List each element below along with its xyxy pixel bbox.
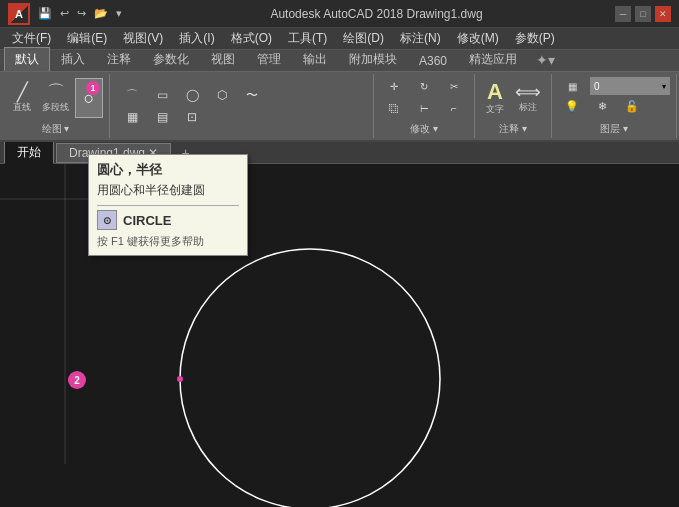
quick-access-save[interactable]: 💾 <box>38 7 52 20</box>
menu-modify[interactable]: 修改(M) <box>449 28 507 49</box>
title-bar: A 💾 ↩ ↪ 📂 ▾ Autodesk AutoCAD 2018 Drawin… <box>0 0 679 28</box>
line-icon: ╱ <box>17 83 28 101</box>
hatch-icon: ▦ <box>127 110 138 124</box>
ribbon-btn-spline[interactable]: 〜 <box>238 85 266 105</box>
tab-parametric[interactable]: 参数化 <box>142 47 200 71</box>
tab-view[interactable]: 视图 <box>200 47 246 71</box>
drawing-tab-start[interactable]: 开始 <box>4 141 54 164</box>
text-label: 文字 <box>486 103 504 116</box>
line-label: 直线 <box>13 101 31 114</box>
layer-lock-icon: 🔓 <box>625 100 639 113</box>
ribbon-btn-fillet[interactable]: ⌐ <box>440 98 468 118</box>
tooltip-popup: 圆心，半径 用圆心和半径创建圆 ⊙ CIRCLE 按 F1 键获得更多帮助 <box>88 154 248 256</box>
maximize-button[interactable]: □ <box>635 6 651 22</box>
ribbon-btn-layer-lock[interactable]: 🔓 <box>618 98 646 114</box>
layer-freeze-icon: ❄ <box>598 100 607 113</box>
annotation-group-label: 注释 ▾ <box>499 120 527 136</box>
ribbon-btn-boundary[interactable]: ⊡ <box>178 107 206 127</box>
menu-params[interactable]: 参数(P) <box>507 28 563 49</box>
rotate-icon: ↻ <box>420 81 428 92</box>
tooltip-command: ⊙ CIRCLE <box>97 210 239 230</box>
ribbon-btn-move[interactable]: ✛ <box>380 76 408 96</box>
svg-point-3 <box>177 376 183 382</box>
menu-tools[interactable]: 工具(T) <box>280 28 335 49</box>
tab-manage[interactable]: 管理 <box>246 47 292 71</box>
gradient-icon: ▤ <box>157 110 168 124</box>
tab-featured[interactable]: 精选应用 <box>458 47 528 71</box>
svg-point-2 <box>180 249 440 507</box>
ribbon-btn-arc[interactable]: ⌒ <box>118 85 146 105</box>
modify-group-label: 修改 ▾ <box>410 120 438 136</box>
ribbon: ╱ 直线 ⌒ 多段线 ○ 1 绘图 ▾ ⌒ ▭ ◯ ⬡ 〜 <box>0 72 679 142</box>
mirror-icon: ⊢ <box>420 103 429 114</box>
menu-draw[interactable]: 绘图(D) <box>335 28 392 49</box>
ribbon-btn-ellipse[interactable]: ◯ <box>178 85 206 105</box>
menu-format[interactable]: 格式(O) <box>223 28 280 49</box>
ribbon-btn-polyline[interactable]: ⌒ 多段线 <box>38 78 73 118</box>
quick-access-open[interactable]: 📂 <box>94 7 108 20</box>
spline-icon: 〜 <box>246 87 258 104</box>
layer-on-icon: 💡 <box>565 100 579 113</box>
window-controls: ─ □ ✕ <box>615 6 671 22</box>
layer-group-label: 图层 ▾ <box>600 120 628 136</box>
tab-annotate[interactable]: 注释 <box>96 47 142 71</box>
ribbon-btn-gradient[interactable]: ▤ <box>148 107 176 127</box>
fillet-icon: ⌐ <box>451 103 457 114</box>
ribbon-btn-polygon[interactable]: ⬡ <box>208 85 236 105</box>
tab-default[interactable]: 默认 <box>4 47 50 71</box>
ribbon-btn-copy[interactable]: ⿻ <box>380 98 408 118</box>
ribbon-btn-mirror[interactable]: ⊢ <box>410 98 438 118</box>
minimize-button[interactable]: ─ <box>615 6 631 22</box>
tooltip-command-icon: ⊙ <box>97 210 117 230</box>
ribbon-group-misc: ⌒ ▭ ◯ ⬡ 〜 ▦ ▤ ⊡ <box>110 74 374 138</box>
rect-icon: ▭ <box>157 88 168 102</box>
tab-a360[interactable]: A360 <box>408 50 458 71</box>
menu-view[interactable]: 视图(V) <box>115 28 171 49</box>
ribbon-btn-circle[interactable]: ○ 1 <box>75 78 103 118</box>
dimension-icon: ⟺ <box>515 83 541 101</box>
tooltip-command-text: CIRCLE <box>123 213 171 228</box>
ribbon-group-annotation: A 文字 ⟺ 标注 注释 ▾ <box>475 74 552 138</box>
ribbon-btn-layer-on[interactable]: 💡 <box>558 98 586 114</box>
step-badge-1: 1 <box>86 81 100 95</box>
ribbon-btn-layer-props[interactable]: ▦ <box>558 76 586 96</box>
polyline-label: 多段线 <box>42 101 69 114</box>
menu-file[interactable]: 文件(F) <box>4 28 59 49</box>
ribbon-btn-hatch[interactable]: ▦ <box>118 107 146 127</box>
tab-output[interactable]: 输出 <box>292 47 338 71</box>
arc-icon: ⌒ <box>126 87 138 104</box>
ribbon-group-modify: ✛ ↻ ✂ ⿻ ⊢ ⌐ 修改 ▾ <box>374 74 475 138</box>
tooltip-hint: 按 F1 键获得更多帮助 <box>97 234 239 249</box>
ribbon-btn-rect[interactable]: ▭ <box>148 85 176 105</box>
layer-select[interactable]: 0 ▾ <box>590 77 670 95</box>
tooltip-desc: 用圆心和半径创建圆 <box>97 182 239 199</box>
ribbon-btn-line[interactable]: ╱ 直线 <box>8 78 36 118</box>
menu-annotate[interactable]: 标注(N) <box>392 28 449 49</box>
window-title: Autodesk AutoCAD 2018 Drawing1.dwg <box>138 7 615 21</box>
polyline-icon: ⌒ <box>47 83 65 101</box>
tab-add[interactable]: ✦▾ <box>528 49 563 71</box>
ribbon-btn-text[interactable]: A 文字 <box>481 78 509 118</box>
boundary-icon: ⊡ <box>187 110 197 124</box>
tab-addons[interactable]: 附加模块 <box>338 47 408 71</box>
trim-icon: ✂ <box>450 81 458 92</box>
ribbon-btn-dimension[interactable]: ⟺ 标注 <box>511 78 545 118</box>
move-icon: ✛ <box>390 81 398 92</box>
menu-insert[interactable]: 插入(I) <box>171 28 222 49</box>
menu-edit[interactable]: 编辑(E) <box>59 28 115 49</box>
app-logo: A <box>8 3 30 25</box>
ribbon-group-layer: ▦ 0 ▾ 💡 ❄ 🔓 图层 ▾ <box>552 74 677 138</box>
tooltip-title: 圆心，半径 <box>97 161 239 179</box>
tooltip-divider <box>97 205 239 206</box>
ribbon-group-draw: ╱ 直线 ⌒ 多段线 ○ 1 绘图 ▾ <box>2 74 110 138</box>
tab-insert[interactable]: 插入 <box>50 47 96 71</box>
ribbon-btn-rotate[interactable]: ↻ <box>410 76 438 96</box>
ribbon-btn-layer-freeze[interactable]: ❄ <box>588 98 616 114</box>
quick-access-redo[interactable]: ↪ <box>77 7 86 20</box>
quick-access-undo[interactable]: ↩ <box>60 7 69 20</box>
dimension-label: 标注 <box>519 101 537 114</box>
close-button[interactable]: ✕ <box>655 6 671 22</box>
quick-access-more[interactable]: ▾ <box>116 7 122 20</box>
ribbon-btn-trim[interactable]: ✂ <box>440 76 468 96</box>
ribbon-tabs: 默认 插入 注释 参数化 视图 管理 输出 附加模块 A360 精选应用 ✦▾ <box>0 50 679 72</box>
